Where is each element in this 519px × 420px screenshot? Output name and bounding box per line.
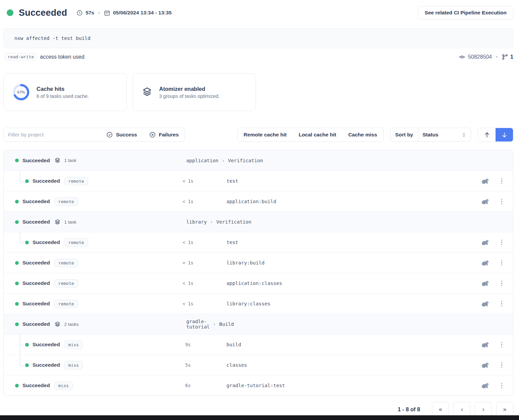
kebab-menu-icon[interactable] [500,177,504,185]
gradle-elephant-icon[interactable] [481,301,490,307]
success-filter-button[interactable]: Success [100,128,143,141]
gradle-elephant-icon[interactable] [481,239,490,246]
date-meta: 05/06/2024 13:34 - 13:35 [104,10,172,16]
task-name-cell: test [208,240,473,245]
layers-icon [54,321,61,327]
kebab-menu-icon[interactable] [500,341,504,349]
status-dot-icon [15,384,19,387]
gradle-elephant-icon[interactable] [481,382,490,389]
circle-check-icon [106,131,113,138]
title-group: Succeeded 57s 05/06/2024 13:34 - 13:35 [3,8,172,18]
task-row[interactable]: Succeeded miss 6s gradle-tutorial:test [4,375,513,396]
first-page-button[interactable]: « [432,402,449,417]
next-page-button[interactable]: › [475,402,492,417]
task-name-cell: gradle-tutorial:test [208,383,473,388]
task-duration: 9s [168,342,208,347]
kebab-menu-icon[interactable] [500,300,504,308]
status-dot-icon [15,220,19,224]
gradle-elephant-icon[interactable] [481,362,490,368]
tree-connector-stub [20,345,24,346]
gradle-elephant-icon[interactable] [481,198,490,205]
task-row[interactable]: Succeeded remote < 1s application:classe… [4,273,513,293]
task-name: library:classes [226,301,270,306]
kebab-menu-icon[interactable] [500,259,504,267]
row-actions [473,238,513,247]
task-row[interactable]: Succeeded remote < 1s library:classes [4,293,513,314]
access-token-badge: read-write [5,53,37,61]
token-info: read-write access token used [3,53,84,61]
task-row[interactable]: Succeeded remote < 1s test [4,171,513,191]
task-duration: < 1s [168,301,208,306]
gradle-elephant-icon[interactable] [481,178,490,184]
row-status-cell: Succeeded remote [4,177,168,185]
cache-miss-button[interactable]: Cache miss [342,128,383,141]
breadcrumb-chevron-icon: › [210,219,213,225]
last-page-button[interactable]: » [496,402,513,417]
sort-descending-button[interactable] [496,128,513,141]
kebab-menu-icon[interactable] [500,381,504,390]
task-row[interactable]: Succeeded 1 task application › Verificat… [4,150,513,171]
tree-connector-line [20,232,20,243]
status-dot-icon [15,261,19,265]
gradle-elephant-icon[interactable] [481,342,490,348]
target-group-name: Build [219,321,234,327]
kebab-menu-icon[interactable] [500,238,504,247]
task-row[interactable]: Succeeded 2 tasks gradle-tutorial › Buil… [4,314,513,334]
task-row[interactable]: Succeeded remote < 1s test [4,232,513,252]
commit-id[interactable]: 50828504 [468,54,492,60]
see-related-ci-pipeline-button[interactable]: See related CI Pipeline Execution [418,6,513,19]
sort-ascending-button[interactable] [478,128,496,141]
row-status-cell: Succeeded remote [4,197,168,206]
task-name-cell: library:build [208,260,473,265]
task-name: library:build [226,260,265,265]
duration-meta: 57s [76,10,94,16]
sort-select[interactable]: Status [418,128,471,141]
cache-status-badge: remote [64,238,88,247]
previous-page-button[interactable]: ‹ [453,402,470,417]
row-status-cell: Succeeded 1 task [4,219,168,225]
row-actions [473,361,513,369]
atomizer-card-title: Atomizer enabled [159,86,220,92]
task-row[interactable]: Succeeded remote < 1s library:build [4,252,513,273]
project-name: gradle-tutorial [186,319,210,329]
task-row[interactable]: Succeeded miss 5s classes [4,355,513,375]
failures-filter-button[interactable]: Failures [143,128,185,141]
row-status-cell: Succeeded remote [4,279,168,288]
kebab-menu-icon[interactable] [500,197,504,206]
cache-status-badge: miss [64,361,83,369]
gradle-elephant-icon[interactable] [481,280,490,287]
row-status-label: Succeeded [22,198,50,204]
duration-value: 57s [85,10,94,16]
cache-donut-chart: 67% [12,83,30,101]
kebab-menu-icon[interactable] [500,279,504,288]
row-status-label: Succeeded [22,158,50,164]
kebab-menu-icon[interactable] [500,361,504,369]
status-dot-icon [25,363,29,367]
project-filter-group: Success Failures [3,128,185,142]
row-status-cell: Succeeded miss [4,381,168,390]
task-row[interactable]: Succeeded miss 9s build [4,334,513,355]
atomizer-card-text: Atomizer enabled 3 groups of tasks optim… [159,86,220,99]
clock-icon [76,10,83,16]
gradle-elephant-icon[interactable] [481,260,490,266]
header: Succeeded 57s 05/06/2024 13:34 - 13:35 S… [3,0,513,19]
task-name: gradle-tutorial:test [226,383,285,388]
row-actions [473,177,513,185]
task-name: test [226,240,238,245]
cache-card-text: Cache hits 6 of 9 tasks used cache. [37,86,89,99]
task-row[interactable]: Succeeded remote < 1s application:build [4,191,513,212]
git-branch-icon [502,54,508,60]
breadcrumb-chevron-icon: › [222,158,224,163]
row-actions [473,259,513,267]
cache-status-badge: miss [64,341,83,349]
local-cache-hit-button[interactable]: Local cache hit [293,128,342,141]
row-status-label: Succeeded [33,342,60,348]
task-row[interactable]: Succeeded 1 task library › Verification [4,212,513,232]
task-duration: < 1s [168,260,208,265]
filter-by-project-input[interactable] [4,128,100,141]
remote-cache-hit-button[interactable]: Remote cache hit [238,128,293,141]
row-status-label: Succeeded [22,280,50,286]
run-details-page: Succeeded 57s 05/06/2024 13:34 - 13:35 S… [0,0,519,420]
failures-filter-label: Failures [159,132,179,138]
cache-filter-group: Remote cache hit Local cache hit Cache m… [237,128,384,142]
